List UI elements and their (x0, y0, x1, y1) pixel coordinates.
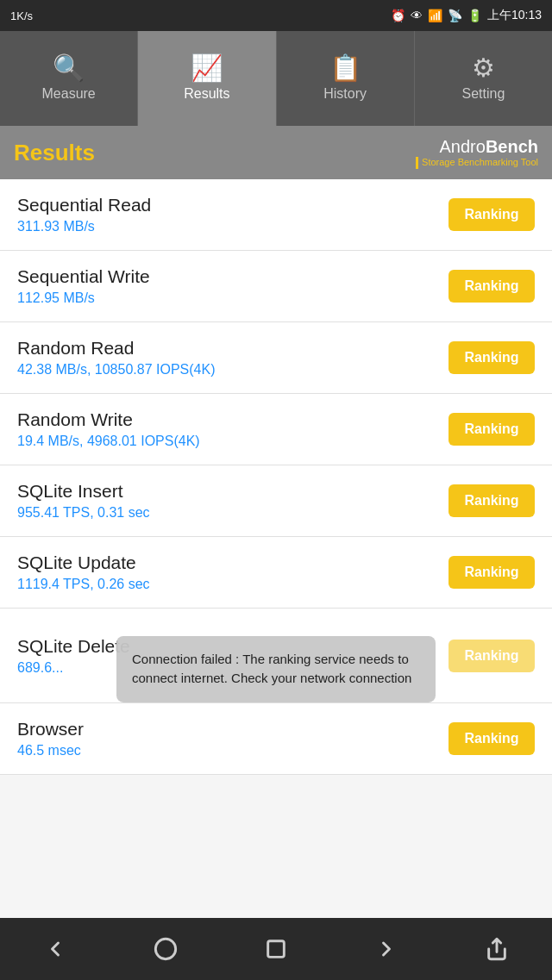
signal-icon: 📡 (448, 9, 462, 22)
tab-results[interactable]: 📈 Results (138, 31, 276, 126)
result-sqlite-insert: SQLite Insert 955.41 TPS, 0.31 sec Ranki… (0, 465, 552, 537)
result-name-random-write: Random Write (17, 409, 200, 430)
result-info-sequential-read: Sequential Read 311.93 MB/s (17, 195, 151, 234)
ranking-btn-random-write[interactable]: Ranking (448, 413, 535, 446)
menu-button[interactable] (361, 923, 412, 975)
result-name-sqlite-delete: SQLite Delete (17, 636, 130, 657)
wifi-icon: 📶 (428, 9, 442, 22)
result-value-sqlite-insert: 955.41 TPS, 0.31 sec (17, 505, 150, 521)
toast-connection-error: Connection failed : The ranking service … (116, 635, 436, 702)
result-name-random-read: Random Read (17, 338, 215, 359)
ranking-btn-sqlite-delete[interactable]: Ranking (448, 640, 535, 672)
ranking-btn-sequential-write[interactable]: Ranking (448, 270, 535, 303)
result-name-sqlite-update: SQLite Update (17, 552, 150, 573)
svg-point-0 (155, 939, 175, 958)
ranking-btn-sequential-read[interactable]: Ranking (448, 198, 535, 231)
ranking-btn-browser[interactable]: Ranking (448, 722, 535, 755)
tab-measure[interactable]: 🔍 Measure (0, 31, 138, 126)
home-button[interactable] (140, 923, 191, 975)
result-value-sqlite-update: 1119.4 TPS, 0.26 sec (17, 577, 150, 592)
result-sqlite-delete: SQLite Delete 689.6... Ranking Connectio… (0, 609, 552, 703)
result-value-sequential-write: 112.95 MB/s (17, 290, 150, 306)
result-browser: Browser 46.5 msec Ranking (0, 703, 552, 775)
measure-icon: 🔍 (53, 55, 85, 81)
recent-apps-button[interactable] (250, 923, 302, 975)
back-button[interactable] (29, 923, 81, 975)
result-random-write: Random Write 19.4 MB/s, 4968.01 IOPS(4K)… (0, 394, 552, 465)
result-info-sqlite-update: SQLite Update 1119.4 TPS, 0.26 sec (17, 552, 150, 592)
result-info-sqlite-delete: SQLite Delete 689.6... (17, 636, 130, 676)
result-name-sequential-read: Sequential Read (17, 195, 151, 215)
ranking-btn-random-read[interactable]: Ranking (448, 341, 535, 374)
result-value-browser: 46.5 msec (17, 743, 84, 758)
tab-history-label: History (323, 86, 367, 102)
alarm-icon: ⏰ (391, 9, 405, 22)
brand-bench: Bench (486, 137, 538, 156)
time: 上午10:13 (487, 8, 542, 23)
history-icon: 📋 (329, 55, 361, 81)
results-icon: 📈 (191, 55, 223, 81)
brand-name: AndroBench (416, 136, 538, 157)
result-random-read: Random Read 42.38 MB/s, 10850.87 IOPS(4K… (0, 322, 552, 394)
toast-message: Connection failed : The ranking service … (132, 651, 411, 685)
result-value-sqlite-delete: 689.6... (17, 660, 130, 676)
tab-bar: 🔍 Measure 📈 Results 📋 History ⚙ Setting (0, 31, 552, 126)
brand-tagline: Storage Benchmarking Tool (422, 157, 538, 168)
share-button[interactable] (471, 923, 523, 975)
svg-rect-1 (268, 941, 285, 958)
results-title: Results (14, 140, 95, 166)
network-speed: 1K/s (10, 9, 33, 22)
result-value-random-write: 19.4 MB/s, 4968.01 IOPS(4K) (17, 434, 200, 449)
result-info-sequential-write: Sequential Write 112.95 MB/s (17, 266, 150, 306)
result-info-sqlite-insert: SQLite Insert 955.41 TPS, 0.31 sec (17, 481, 150, 521)
result-name-browser: Browser (17, 719, 84, 740)
status-bar: 1K/s ⏰ 👁 📶 📡 🔋 上午10:13 (0, 0, 552, 31)
ranking-btn-sqlite-update[interactable]: Ranking (448, 556, 535, 589)
battery-icon: 🔋 (467, 9, 482, 22)
result-sequential-write: Sequential Write 112.95 MB/s Ranking (0, 251, 552, 322)
result-list: Sequential Read 311.93 MB/s Ranking Sequ… (0, 179, 552, 775)
results-header: Results AndroBench Storage Benchmarking … (0, 126, 552, 179)
tab-history[interactable]: 📋 History (277, 31, 415, 126)
setting-icon: ⚙ (472, 55, 495, 81)
tab-results-label: Results (184, 86, 229, 102)
result-info-browser: Browser 46.5 msec (17, 719, 84, 758)
result-value-random-read: 42.38 MB/s, 10850.87 IOPS(4K) (17, 362, 215, 378)
result-info-random-read: Random Read 42.38 MB/s, 10850.87 IOPS(4K… (17, 338, 215, 378)
ranking-btn-sqlite-insert[interactable]: Ranking (448, 484, 535, 517)
nav-bar (0, 918, 552, 980)
brand-sub: Storage Benchmarking Tool (416, 157, 538, 169)
result-name-sqlite-insert: SQLite Insert (17, 481, 150, 502)
tab-setting-label: Setting (461, 86, 505, 102)
tab-measure-label: Measure (42, 86, 96, 102)
result-sequential-read: Sequential Read 311.93 MB/s Ranking (0, 179, 552, 251)
result-info-random-write: Random Write 19.4 MB/s, 4968.01 IOPS(4K) (17, 409, 200, 449)
result-name-sequential-write: Sequential Write (17, 266, 150, 287)
eye-icon: 👁 (411, 9, 423, 22)
tab-setting[interactable]: ⚙ Setting (415, 31, 552, 126)
result-value-sequential-read: 311.93 MB/s (17, 219, 151, 234)
result-sqlite-update: SQLite Update 1119.4 TPS, 0.26 sec Ranki… (0, 537, 552, 609)
brand: AndroBench Storage Benchmarking Tool (416, 136, 538, 169)
